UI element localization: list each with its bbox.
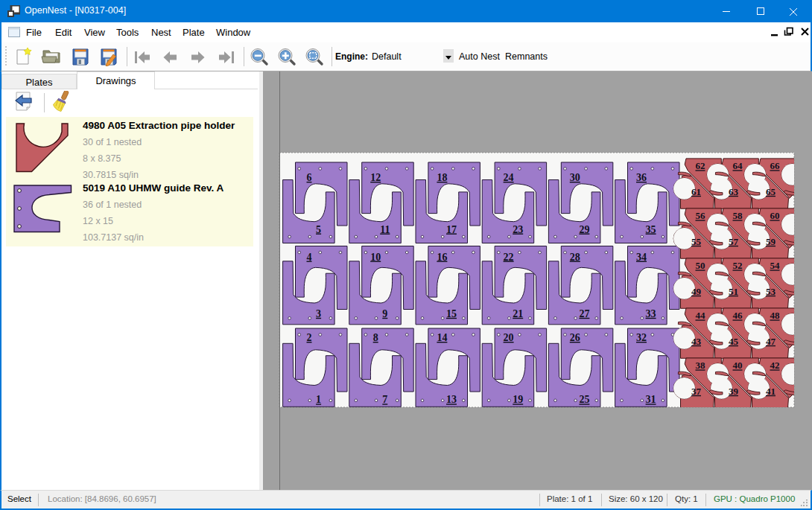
svg-text:34: 34 [636, 252, 647, 263]
svg-text:63: 63 [729, 186, 739, 197]
svg-text:61: 61 [691, 186, 701, 197]
svg-text:54: 54 [770, 260, 781, 271]
svg-text:11: 11 [380, 224, 390, 235]
svg-text:41: 41 [766, 386, 775, 397]
svg-text:44: 44 [696, 310, 706, 321]
svg-text:30: 30 [570, 172, 580, 183]
svg-text:10: 10 [370, 252, 381, 263]
svg-text:5: 5 [316, 224, 321, 235]
svg-text:13: 13 [446, 394, 457, 405]
svg-text:31: 31 [646, 394, 656, 405]
svg-text:58: 58 [733, 210, 743, 221]
svg-text:28: 28 [570, 252, 580, 263]
svg-text:60: 60 [770, 210, 780, 221]
svg-text:42: 42 [770, 360, 780, 371]
svg-text:40: 40 [733, 360, 743, 371]
svg-text:33: 33 [646, 308, 656, 319]
svg-text:39: 39 [729, 386, 739, 397]
svg-text:8: 8 [373, 332, 378, 343]
svg-text:19: 19 [513, 394, 523, 405]
svg-text:18: 18 [437, 172, 447, 183]
svg-text:49: 49 [691, 286, 702, 297]
svg-text:64: 64 [733, 160, 743, 171]
svg-text:47: 47 [766, 336, 776, 347]
svg-text:24: 24 [504, 172, 514, 183]
svg-text:55: 55 [691, 236, 702, 247]
svg-text:36: 36 [636, 172, 647, 183]
svg-text:7: 7 [382, 394, 387, 405]
svg-text:1: 1 [316, 394, 321, 405]
svg-text:35: 35 [646, 224, 656, 235]
svg-text:38: 38 [696, 360, 706, 371]
svg-text:57: 57 [729, 236, 739, 247]
svg-text:23: 23 [513, 224, 523, 235]
svg-text:45: 45 [729, 336, 739, 347]
svg-text:14: 14 [437, 332, 447, 343]
svg-text:25: 25 [579, 394, 589, 405]
svg-text:26: 26 [570, 332, 580, 343]
svg-text:6: 6 [307, 172, 312, 183]
svg-text:16: 16 [437, 252, 447, 263]
svg-text:3: 3 [316, 308, 321, 319]
svg-text:56: 56 [696, 210, 706, 221]
svg-text:4: 4 [307, 252, 312, 263]
svg-text:27: 27 [579, 308, 589, 319]
svg-text:32: 32 [636, 332, 647, 343]
svg-text:65: 65 [766, 186, 776, 197]
svg-text:15: 15 [446, 308, 457, 319]
svg-text:46: 46 [733, 310, 743, 321]
svg-text:43: 43 [691, 336, 702, 347]
svg-text:17: 17 [446, 224, 457, 235]
svg-text:48: 48 [770, 310, 781, 321]
svg-text:29: 29 [579, 224, 589, 235]
svg-text:9: 9 [382, 308, 387, 319]
svg-text:12: 12 [370, 172, 381, 183]
svg-text:20: 20 [504, 332, 514, 343]
svg-text:21: 21 [513, 308, 523, 319]
svg-text:50: 50 [696, 260, 705, 271]
svg-text:22: 22 [504, 252, 514, 263]
svg-text:37: 37 [691, 386, 702, 397]
svg-text:62: 62 [696, 160, 705, 171]
svg-text:59: 59 [766, 236, 776, 247]
svg-text:52: 52 [733, 260, 743, 271]
svg-text:66: 66 [770, 160, 781, 171]
svg-text:53: 53 [766, 286, 776, 297]
svg-text:2: 2 [307, 332, 312, 343]
svg-text:51: 51 [729, 286, 738, 297]
